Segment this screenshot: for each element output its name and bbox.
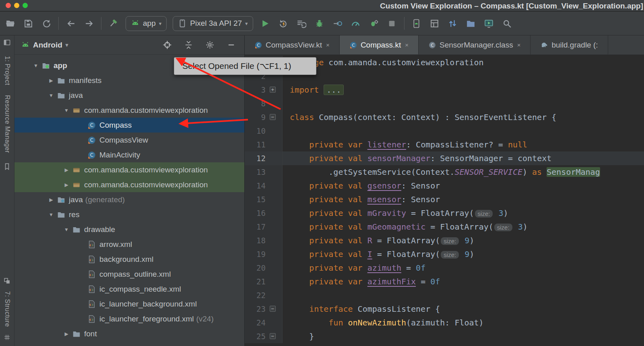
- apply-changes-button[interactable]: [277, 17, 289, 29]
- search-everywhere-button[interactable]: [501, 17, 513, 29]
- close-window-button[interactable]: [6, 3, 11, 8]
- resource-manager-tool-window-button[interactable]: Resource Manager: [4, 95, 11, 153]
- profile-button[interactable]: [350, 17, 362, 29]
- stop-button[interactable]: [386, 17, 398, 29]
- code-line-14[interactable]: 14 private val gsensor: Sensor: [245, 179, 644, 193]
- fold-minus-icon[interactable]: −: [270, 114, 276, 120]
- code-line-3[interactable]: 3+import ...: [245, 83, 644, 97]
- project-tool-window-button[interactable]: 1: Project: [4, 56, 11, 85]
- code-line-19[interactable]: 19 private val I = FloatArray(size: 9): [245, 247, 644, 261]
- structure-tool-window-button[interactable]: 7: Structure: [4, 291, 11, 327]
- run-button[interactable]: [259, 17, 271, 29]
- zoom-window-button[interactable]: [23, 3, 28, 8]
- tab-sensormanager-class[interactable]: CSensorManager.class×: [419, 35, 530, 54]
- tab-compassview-kt[interactable]: CCompassView.kt×: [245, 35, 340, 54]
- line-number: 25: [245, 329, 266, 343]
- code-line-20[interactable]: 20 private var azimuth = 0f: [245, 261, 644, 275]
- tree-item-java[interactable]: ▼java: [14, 88, 244, 103]
- run-configuration-select[interactable]: app▾: [126, 16, 167, 31]
- code-line-8[interactable]: 8: [245, 97, 644, 110]
- select-opened-file-button[interactable]: [162, 40, 172, 50]
- problems-tool-window-button[interactable]: [3, 334, 11, 341]
- tab-compass-kt[interactable]: CCompass.kt×: [340, 35, 419, 54]
- tree-item-ic-launcher-background-xml[interactable]: ic_launcher_background.xml: [14, 296, 244, 311]
- tree-item-background-xml[interactable]: background.xml: [14, 252, 244, 267]
- tree-item-compassview[interactable]: CCompassView: [14, 133, 244, 147]
- tree-item-ic-launcher-foreground-xml[interactable]: ic_launcher_foreground.xml(v24): [14, 311, 244, 326]
- code-line-11[interactable]: 11 private var listener: CompassListener…: [245, 138, 644, 151]
- tool-window-switcher-button[interactable]: [3, 39, 11, 46]
- close-tab-icon[interactable]: ×: [405, 41, 409, 48]
- project-view-selector[interactable]: Android ▾: [21, 41, 68, 50]
- chevron-down-icon[interactable]: ▼: [61, 227, 72, 232]
- sync-button[interactable]: [40, 17, 52, 29]
- code-line-18[interactable]: 18 private val R = FloatArray(size: 9): [245, 234, 644, 247]
- attach-debugger-button[interactable]: [332, 17, 344, 29]
- running-devices-button[interactable]: [483, 17, 495, 29]
- minimize-window-button[interactable]: [14, 3, 19, 8]
- chevron-right-icon[interactable]: ▶: [46, 197, 56, 203]
- code-line-9[interactable]: 9−class Compass(context: Context) : Sens…: [245, 110, 644, 124]
- layout-inspector-button[interactable]: [429, 17, 441, 29]
- save-all-button[interactable]: [22, 17, 34, 29]
- device-select[interactable]: Pixel 3a API 27▾: [173, 16, 253, 31]
- favorites-tool-window-button[interactable]: [3, 163, 11, 170]
- build-project-button[interactable]: [107, 17, 120, 29]
- tree-item-manifests[interactable]: ▶manifests: [14, 73, 244, 88]
- forward-button[interactable]: [83, 17, 95, 29]
- code-line-23[interactable]: 23− interface CompassListener {: [245, 302, 644, 316]
- code-line-22[interactable]: 22: [245, 288, 644, 302]
- hide-panel-button[interactable]: [226, 40, 236, 50]
- tree-item-compass-outline-xml[interactable]: compass_outline.xml: [14, 267, 244, 282]
- tree-item-arrow-xml[interactable]: arrow.xml: [14, 237, 244, 252]
- chevron-down-icon[interactable]: ▼: [31, 63, 41, 68]
- captures-button[interactable]: [465, 17, 477, 29]
- profile-low-overhead-button[interactable]: [368, 17, 380, 29]
- code-line-25[interactable]: 25− }: [245, 329, 644, 343]
- tree-item-com-amanda-customviewexploration[interactable]: ▶com.amanda.customviewexploration: [14, 177, 244, 192]
- tree-item-font[interactable]: ▶font: [14, 326, 244, 341]
- device-manager-button[interactable]: [411, 17, 423, 29]
- tree-item-com-amanda-customviewexploration[interactable]: ▼com.amanda.customviewexploration: [14, 103, 244, 118]
- chevron-down-icon[interactable]: ▼: [46, 93, 56, 98]
- fold-minus-icon[interactable]: −: [270, 333, 276, 339]
- close-tab-icon[interactable]: ×: [517, 41, 521, 48]
- code-line-16[interactable]: 16 private val mGravity = FloatArray(siz…: [245, 206, 644, 220]
- tree-item-compass[interactable]: CCompass: [14, 118, 244, 133]
- fold-minus-icon[interactable]: −: [270, 306, 276, 312]
- apply-code-changes-button[interactable]: [295, 17, 308, 29]
- chevron-right-icon[interactable]: ▶: [61, 182, 72, 188]
- close-tab-icon[interactable]: ×: [326, 41, 330, 48]
- line-number: 16: [245, 206, 266, 220]
- tree-item-label: manifests: [69, 76, 101, 85]
- code-line-17[interactable]: 17 private val mGeomagnetic = FloatArray…: [245, 220, 644, 234]
- settings-button[interactable]: [204, 40, 215, 50]
- open-button[interactable]: [4, 17, 16, 29]
- code-line-12[interactable]: 12 private val sensorManager: SensorMana…: [245, 151, 644, 165]
- chevron-right-icon[interactable]: ▶: [61, 331, 72, 337]
- tree-item-java[interactable]: ▶java(generated): [14, 192, 244, 207]
- code-line-10[interactable]: 10: [245, 124, 644, 138]
- tree-item-res[interactable]: ▼res: [14, 207, 244, 222]
- chevron-down-icon[interactable]: ▼: [61, 108, 72, 113]
- tree-item-mainactivity[interactable]: CMainActivity: [14, 147, 244, 162]
- build-variants-tool-window-button[interactable]: [3, 277, 11, 285]
- tree-item-label: font: [84, 329, 97, 338]
- back-button[interactable]: [65, 17, 77, 29]
- code-line-21[interactable]: 21 private var azimuthFix = 0f: [245, 275, 644, 288]
- chevron-down-icon[interactable]: ▼: [46, 212, 56, 218]
- chevron-right-icon[interactable]: ▶: [46, 78, 56, 83]
- tab-build-gradle-[interactable]: build.gradle (:: [530, 35, 608, 54]
- chevron-right-icon[interactable]: ▶: [61, 167, 72, 173]
- debug-button[interactable]: [314, 17, 326, 29]
- code-line-24[interactable]: 24 fun onNewAzimuth(azimuth: Float): [245, 316, 644, 329]
- tree-item-ic-compass-needle-xml[interactable]: ic_compass_needle.xml: [14, 282, 244, 296]
- code-line-15[interactable]: 15 private val msensor: Sensor: [245, 193, 644, 206]
- fold-plus-icon[interactable]: +: [270, 87, 276, 93]
- editor-code[interactable]: 1package com.amanda.customviewexploratio…: [245, 55, 644, 346]
- gradle-sync-button[interactable]: [447, 17, 459, 29]
- tree-item-drawable[interactable]: ▼drawable: [14, 222, 244, 237]
- code-line-13[interactable]: 13 .getSystemService(Context.SENSOR_SERV…: [245, 165, 644, 179]
- tree-item-com-amanda-customviewexploration[interactable]: ▶com.amanda.customviewexploration: [14, 162, 244, 177]
- collapse-all-button[interactable]: [183, 40, 194, 50]
